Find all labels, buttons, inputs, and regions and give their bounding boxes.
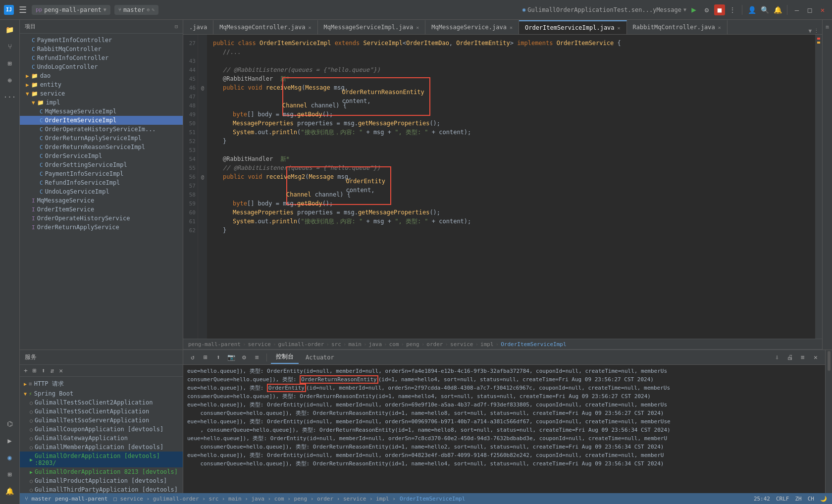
console-restart-btn[interactable]: ↺ — [187, 352, 198, 363]
console-tab-main[interactable]: 控制台 — [271, 351, 299, 364]
bottom-left-icon4[interactable]: ⊞ — [2, 466, 18, 482]
service-item-app2[interactable]: ○ GulimallTestSsoClientApplication — [20, 407, 183, 416]
bookmarks-icon-btn[interactable]: ⊕ — [2, 72, 18, 88]
services-add-btn[interactable]: + — [22, 366, 30, 375]
bottom-left-icon1[interactable]: ⌬ — [2, 416, 18, 432]
tree-item-UndoLogController[interactable]: C UndoLogController — [20, 62, 183, 71]
breadcrumb-item[interactable]: peng — [406, 341, 419, 348]
status-ch-icon[interactable]: CH — [808, 496, 814, 502]
breadcrumb-item[interactable]: main — [348, 341, 362, 348]
notification-button[interactable]: 🔔 — [772, 4, 783, 15]
service-item-app5[interactable]: ○ GulimallGatewayApplication — [20, 434, 183, 443]
service-item-http[interactable]: ▶ ≡ HTTP 请求 — [20, 379, 183, 389]
breadcrumb-item-current[interactable]: OrderItemServiceImpl — [501, 341, 566, 348]
service-item-springboot-group[interactable]: ▼ ⚡ Spring Boot — [20, 389, 183, 398]
services-close-btn[interactable]: ✕ — [57, 366, 65, 375]
maximize-button[interactable]: □ — [804, 4, 815, 15]
service-item-app9[interactable]: ○ GulimallProductApplication [devtools] — [20, 476, 183, 485]
tree-item-dao[interactable]: ▶ 📁 dao — [20, 71, 183, 80]
stop-button[interactable]: ■ — [714, 4, 725, 15]
tab-close-icon[interactable]: ✕ — [510, 25, 513, 30]
breadcrumb-item[interactable]: order — [426, 341, 443, 348]
console-tab-actuator[interactable]: Actuator — [301, 352, 339, 363]
tab-close-icon[interactable]: ✕ — [416, 25, 419, 30]
profile-button[interactable]: 👤 — [746, 4, 757, 15]
tree-item-OrderOperateHistoryServiceImpl[interactable]: C OrderOperateHistoryServiceIm... — [20, 125, 183, 134]
tree-item-OrderReturnReasonServiceImpl[interactable]: C OrderReturnReasonServiceImpl — [20, 143, 183, 151]
tree-item-RabbitMqController[interactable]: C RabbitMqController — [20, 45, 183, 53]
breadcrumb-item[interactable]: impl — [480, 341, 494, 348]
breadcrumb-item[interactable]: peng-mall-parent — [188, 341, 241, 348]
run-button[interactable]: ▶ — [688, 4, 699, 15]
tree-item-RefundInfoController[interactable]: C RefundInfoController — [20, 53, 183, 62]
service-item-app8[interactable]: ▶ GulimallOrderApplication 8213 [devtool… — [20, 467, 183, 476]
console-scroll-down-btn[interactable]: ⇩ — [772, 352, 782, 363]
console-list-btn[interactable]: ≡ — [797, 352, 808, 363]
tab-close-icon[interactable]: ✕ — [618, 25, 621, 31]
minimize-button[interactable]: — — [791, 4, 802, 15]
console-export-btn[interactable]: ⬆ — [213, 352, 224, 363]
tree-item-MqMessageService[interactable]: I MqMessageService — [20, 196, 183, 205]
code-editor[interactable]: public class OrderItemServiceImpl extend… — [207, 35, 815, 339]
console-scroll-btn[interactable]: ⊞ — [200, 352, 211, 363]
breadcrumb-item[interactable]: com — [389, 341, 399, 348]
tree-item-OrderReturnApplyService[interactable]: I OrderReturnApplyService — [20, 223, 183, 232]
more-button[interactable]: ⋮ — [727, 4, 738, 15]
tab-close-icon[interactable]: ✕ — [718, 25, 721, 30]
tree-item-OrderItemServiceImpl[interactable]: C OrderItemServiceImpl — [20, 116, 183, 125]
console-print-btn[interactable]: 🖨 — [784, 352, 795, 363]
tree-item-entity[interactable]: ▶ 📁 entity — [20, 80, 183, 89]
breadcrumb-item[interactable]: src — [331, 341, 341, 348]
tree-item-OrderServiceImpl[interactable]: C OrderServiceImpl — [20, 151, 183, 160]
tab-java[interactable]: .java — [183, 20, 213, 34]
tree-item-MqMessageServiceImpl[interactable]: C MqMessageServiceImpl — [20, 107, 183, 116]
right-tool-m[interactable]: m — [826, 22, 829, 32]
structure-icon-btn[interactable]: ⊞ — [2, 55, 18, 71]
more-tools-icon-btn[interactable]: ··· — [2, 89, 18, 105]
service-item-app3[interactable]: ○ GulimallTestSsoServerApplication — [20, 416, 183, 425]
run-config-dropdown[interactable]: ▼ — [683, 7, 686, 12]
scrollbar-thumb[interactable] — [828, 351, 831, 371]
console-close-btn[interactable]: ✕ — [810, 352, 821, 363]
services-view-btn[interactable]: ⊞ — [31, 366, 39, 375]
file-tree-toggle[interactable]: ⊡ — [175, 24, 178, 29]
tab-close-icon[interactable]: ✕ — [309, 25, 312, 30]
bottom-left-icon2[interactable]: ▶ — [2, 433, 18, 449]
tree-item-OrderReturnApplyServiceImpl[interactable]: C OrderReturnApplyServiceImpl — [20, 134, 183, 143]
tree-item-OrderOperateHistoryService[interactable]: I OrderOperateHistoryService — [20, 214, 183, 223]
tree-item-PaymentInfoController[interactable]: C PaymentInfoController — [20, 36, 183, 45]
tree-item-OrderItemService[interactable]: I OrderItemService — [20, 205, 183, 214]
tab-bar-more[interactable]: ⋮ — [814, 28, 819, 34]
project-selector[interactable]: pp peng-mall-parent ▼ — [32, 5, 110, 15]
project-icon-btn[interactable]: 📁 — [2, 22, 18, 38]
tab-MqMessageController[interactable]: MqMessageController.java ✕ — [213, 20, 317, 34]
console-screenshot-btn[interactable]: 📷 — [226, 352, 237, 363]
tree-item-UndoLogServiceImpl[interactable]: C UndoLogServiceImpl — [20, 187, 183, 196]
service-item-app1[interactable]: ○ GulimallTestSsoClient2Application — [20, 398, 183, 407]
bottom-left-icon3[interactable]: ◉ — [2, 450, 18, 465]
debug-button[interactable]: ⚙ — [701, 4, 712, 15]
console-settings-btn[interactable]: ⚙ — [239, 352, 250, 363]
services-export-btn[interactable]: ⬆ — [40, 366, 48, 375]
service-item-app6[interactable]: ○ GulimallMemberApplication [devtools] — [20, 443, 183, 452]
tab-bar-dropdown[interactable]: ▼ — [808, 28, 812, 34]
tab-OrderItemServiceImpl[interactable]: OrderItemServiceImpl.java ✕ — [519, 20, 627, 34]
status-moon-icon[interactable]: 🌙 — [820, 496, 827, 502]
tree-item-impl[interactable]: ▼ 📁 impl — [20, 98, 183, 107]
tree-item-service[interactable]: ▼ 📁 service — [20, 89, 183, 98]
breadcrumb-item[interactable]: service — [450, 341, 473, 348]
bottom-left-icon5[interactable]: 🔔 — [2, 483, 18, 499]
tab-RabbitMqController[interactable]: RabbitMqController.java ✕ — [627, 20, 728, 34]
console-filter-btn[interactable]: ≡ — [252, 352, 262, 363]
service-item-app10[interactable]: ○ GulimallThirdPartyApplication [devtool… — [20, 485, 183, 493]
tab-MqMessageServiceImpl[interactable]: MqMessageServiceImpl.java ✕ — [318, 20, 426, 34]
tab-MqMessageService[interactable]: MqMessageService.java ✕ — [425, 20, 519, 34]
branch-selector[interactable]: ⑂ master ⊕ ✎ — [114, 5, 158, 15]
services-expand-btn[interactable]: ⇵ — [48, 366, 56, 375]
menu-button[interactable]: ☰ — [16, 2, 30, 17]
breadcrumb-item[interactable]: java — [369, 341, 382, 348]
service-item-app7-running[interactable]: ▶ GulimallOrderApplication [devtools] :8… — [20, 452, 183, 467]
breadcrumb-item[interactable]: service — [248, 341, 271, 348]
tree-item-RefundInfoServiceImpl[interactable]: C RefundInfoServiceImpl — [20, 178, 183, 187]
tree-item-OrderSettingServiceImpl[interactable]: C OrderSettingServiceImpl — [20, 160, 183, 169]
